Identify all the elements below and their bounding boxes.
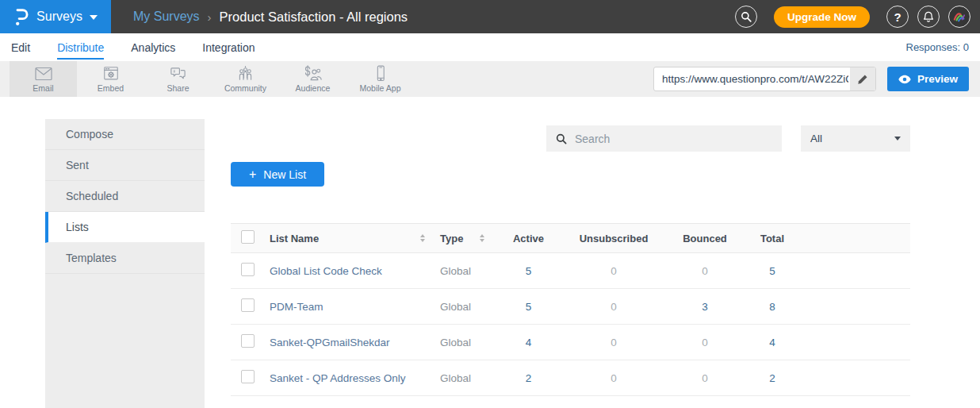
table-row: Sanket - QP Addresses Only Global 2 0 0 … <box>231 360 910 396</box>
sidebar-item-templates[interactable]: Templates <box>45 243 205 274</box>
breadcrumb: My Surveys › Product Satisfaction - All … <box>133 10 735 25</box>
sidebar-item-sent[interactable]: Sent <box>45 150 205 181</box>
list-name-link[interactable]: Sanket - QP Addresses Only <box>270 372 406 384</box>
search-icon <box>556 133 567 144</box>
channel-email[interactable]: Email <box>10 61 77 97</box>
breadcrumb-my-surveys[interactable]: My Surveys <box>133 10 200 24</box>
select-all-checkbox[interactable] <box>241 230 255 244</box>
chevron-down-icon <box>894 137 901 140</box>
questionpro-logo-icon <box>13 6 29 28</box>
bounced-count: 0 <box>665 372 745 384</box>
sidebar-item-lists[interactable]: Lists <box>45 212 205 243</box>
lists-table: List Name Type Active Unsubscribed Bounc… <box>231 223 910 396</box>
breadcrumb-current-survey: Product Satisfaction - All regions <box>220 10 408 25</box>
active-count[interactable]: 4 <box>495 337 562 348</box>
tab-edit[interactable]: Edit <box>11 36 30 60</box>
new-list-button[interactable]: + New List <box>231 162 324 187</box>
help-button[interactable]: ? <box>886 6 909 28</box>
preview-button[interactable]: Preview <box>887 67 969 91</box>
column-header-list-name[interactable]: List Name <box>270 233 319 244</box>
list-search-input[interactable] <box>575 133 772 145</box>
notifications-button[interactable] <box>917 6 940 28</box>
search-icon <box>741 11 752 22</box>
survey-url-field <box>653 67 876 91</box>
channel-label: Share <box>167 83 189 93</box>
row-checkbox[interactable] <box>241 370 255 383</box>
email-icon <box>34 65 53 83</box>
total-count[interactable]: 2 <box>745 372 800 384</box>
channel-label: Email <box>33 83 53 93</box>
pencil-icon[interactable] <box>850 67 875 90</box>
channel-audience[interactable]: Audience <box>279 61 346 97</box>
sidebar-item-scheduled[interactable]: Scheduled <box>45 181 205 212</box>
active-count[interactable]: 5 <box>495 265 562 277</box>
tab-integration[interactable]: Integration <box>202 36 255 60</box>
list-name-link[interactable]: Sanket-QPGmailShekdar <box>270 337 390 348</box>
sort-icon[interactable] <box>420 234 425 242</box>
total-count[interactable]: 8 <box>745 301 800 313</box>
avatar-logo-icon <box>952 10 967 23</box>
total-count[interactable]: 4 <box>745 337 800 348</box>
column-header-type[interactable]: Type <box>440 233 463 244</box>
eye-icon <box>898 75 911 84</box>
bounced-count: 0 <box>665 265 745 277</box>
channel-label: Mobile App <box>360 83 401 93</box>
table-row: Global List Code Check Global 5 0 0 5 <box>231 253 910 289</box>
bounced-count[interactable]: 3 <box>665 301 745 313</box>
total-count[interactable]: 5 <box>745 265 800 277</box>
brand-label: Surveys <box>36 10 82 24</box>
sidebar-item-compose[interactable]: Compose <box>45 119 205 150</box>
row-checkbox[interactable] <box>241 263 255 276</box>
row-checkbox[interactable] <box>241 298 255 312</box>
search-button[interactable] <box>735 6 757 28</box>
unsubscribed-count: 0 <box>562 265 665 277</box>
list-type: Global <box>433 372 495 384</box>
filter-row: All <box>231 125 910 152</box>
table-row: PDM-Team Global 5 0 3 8 <box>231 289 910 325</box>
unsubscribed-count: 0 <box>562 301 665 313</box>
toolbar-right: Preview <box>653 67 980 91</box>
survey-tabs: EditDistributeAnalyticsIntegration <box>11 36 255 60</box>
channel-label: Audience <box>296 83 331 93</box>
unsubscribed-count: 0 <box>562 372 665 384</box>
channel-label: Community <box>224 83 266 93</box>
list-type: Global <box>433 301 495 313</box>
list-type: Global <box>433 265 495 277</box>
survey-url-input[interactable] <box>654 67 850 90</box>
product-switcher[interactable]: Surveys <box>0 0 111 33</box>
survey-tabbar: EditDistributeAnalyticsIntegration Respo… <box>0 33 980 61</box>
search-box <box>546 125 782 152</box>
active-count[interactable]: 2 <box>495 372 562 384</box>
tab-analytics[interactable]: Analytics <box>131 36 175 60</box>
filter-dropdown[interactable]: All <box>801 125 910 152</box>
content-area: ComposeSentScheduledListsTemplates All +… <box>45 119 980 408</box>
mobile-app-icon <box>372 65 389 83</box>
bell-icon <box>923 11 934 23</box>
column-header-total: Total <box>745 233 800 244</box>
responses-count: Responses: 0 <box>906 41 970 53</box>
table-header: List Name Type Active Unsubscribed Bounc… <box>231 223 910 253</box>
list-name-link[interactable]: PDM-Team <box>270 301 323 313</box>
preview-label: Preview <box>917 73 958 85</box>
share-icon <box>169 65 187 83</box>
plus-icon: + <box>249 167 256 182</box>
table-body: Global List Code Check Global 5 0 0 5 PD… <box>231 253 910 396</box>
channel-mobile-app[interactable]: Mobile App <box>346 61 414 97</box>
tab-distribute[interactable]: Distribute <box>57 36 104 60</box>
top-navbar: Surveys My Surveys › Product Satisfactio… <box>0 0 980 33</box>
filter-dropdown-value: All <box>810 133 822 144</box>
column-header-bounced: Bounced <box>665 233 745 244</box>
row-checkbox[interactable] <box>241 334 255 348</box>
channel-embed[interactable]: Embed <box>77 61 144 97</box>
new-list-label: New List <box>263 168 306 181</box>
active-count[interactable]: 5 <box>495 301 562 313</box>
channel-community[interactable]: Community <box>212 61 279 97</box>
table-row: Sanket-QPGmailShekdar Global 4 0 0 4 <box>231 325 910 360</box>
list-name-link[interactable]: Global List Code Check <box>270 265 382 277</box>
upgrade-now-button[interactable]: Upgrade Now <box>774 6 870 28</box>
sort-icon[interactable] <box>480 234 484 242</box>
channel-share[interactable]: Share <box>144 61 212 97</box>
community-icon <box>236 65 255 83</box>
distribute-toolbar: EmailEmbedShareCommunityAudienceMobile A… <box>0 61 980 97</box>
avatar[interactable] <box>948 6 970 28</box>
